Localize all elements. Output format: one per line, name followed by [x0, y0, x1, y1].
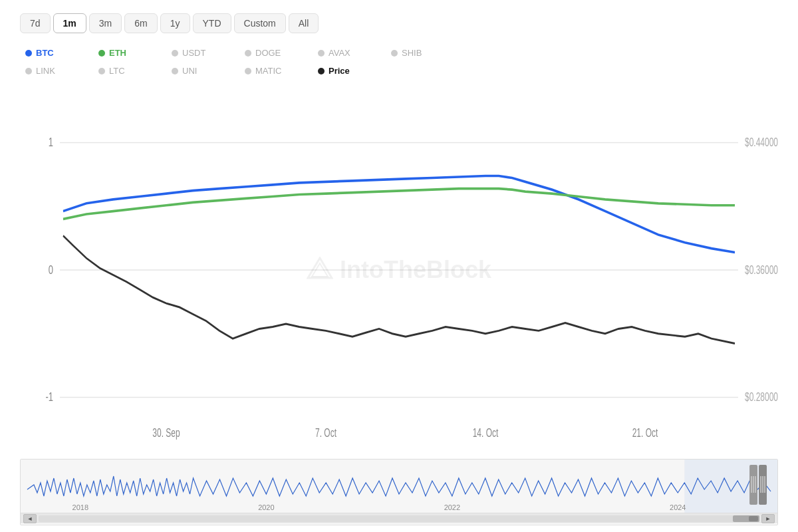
btn-6m[interactable]: 6m — [124, 13, 157, 33]
scroll-handle-grip — [749, 516, 758, 521]
usdt-label: USDT — [182, 48, 205, 58]
btc-dot — [25, 50, 32, 57]
svg-text:$0.280000: $0.280000 — [745, 390, 778, 404]
time-range-toolbar: 7d 1m 3m 6m 1y YTD Custom All — [20, 13, 778, 33]
main-svg: 1 0 -1 $0.440000 $0.360000 $0.280000 30.… — [20, 84, 778, 456]
shib-dot — [391, 50, 398, 57]
legend-uni[interactable]: UNI — [166, 63, 239, 78]
legend-matic[interactable]: MATIC — [239, 63, 313, 78]
navigator-svg: 2018 2020 2022 2024 — [21, 460, 777, 513]
legend-eth[interactable]: ETH — [93, 45, 166, 61]
btn-all[interactable]: All — [289, 13, 319, 33]
svg-rect-17 — [21, 460, 684, 513]
svg-text:$0.360000: $0.360000 — [745, 263, 778, 277]
legend-doge[interactable]: DOGE — [239, 45, 313, 61]
svg-text:14. Oct: 14. Oct — [473, 426, 499, 439]
svg-text:0: 0 — [49, 262, 53, 276]
usdt-dot — [172, 50, 178, 57]
svg-text:2018: 2018 — [72, 503, 88, 511]
eth-label: ETH — [109, 48, 126, 58]
legend-row-1: BTC ETH USDT DOGE AVAX SHIB — [20, 45, 778, 61]
matic-label: MATIC — [255, 66, 281, 76]
btc-label: BTC — [36, 48, 54, 58]
btn-7d[interactable]: 7d — [20, 13, 51, 33]
scroll-right-arrow[interactable]: ► — [761, 514, 775, 523]
btn-1m[interactable]: 1m — [53, 13, 86, 33]
svg-text:2022: 2022 — [444, 503, 460, 511]
eth-dot — [98, 50, 105, 57]
svg-text:30. Sep: 30. Sep — [152, 426, 180, 439]
main-container: 7d 1m 3m 6m 1y YTD Custom All BTC ETH US… — [0, 0, 798, 532]
btn-custom[interactable]: Custom — [234, 13, 286, 33]
uni-label: UNI — [182, 66, 197, 76]
scroll-left-arrow[interactable]: ◄ — [23, 514, 37, 523]
legend-ltc[interactable]: LTC — [93, 63, 166, 78]
legend-price[interactable]: Price — [313, 63, 386, 78]
legend-shib[interactable]: SHIB — [386, 45, 459, 61]
price-dot — [318, 68, 325, 74]
price-label: Price — [329, 66, 350, 76]
navigator-container: 2018 2020 2022 2024 ◄ — [20, 459, 778, 525]
svg-text:2024: 2024 — [670, 503, 686, 511]
uni-dot — [172, 68, 178, 74]
chart-area: IntoTheBlock 1 0 -1 $0.440000 $0.360000 … — [20, 84, 778, 456]
navigator-scrollbar[interactable]: ◄ ► — [21, 513, 777, 523]
doge-dot — [245, 50, 251, 57]
legend-btc[interactable]: BTC — [20, 45, 93, 61]
matic-dot — [245, 68, 251, 74]
ltc-label: LTC — [109, 66, 125, 76]
btn-ytd[interactable]: YTD — [193, 13, 231, 33]
ltc-dot — [98, 68, 105, 74]
svg-text:7. Oct: 7. Oct — [315, 426, 337, 439]
legend-row-2: LINK LTC UNI MATIC Price — [20, 63, 778, 78]
avax-label: AVAX — [329, 48, 350, 58]
btn-1y[interactable]: 1y — [160, 13, 190, 33]
link-dot — [25, 68, 32, 74]
svg-text:2020: 2020 — [258, 503, 274, 511]
svg-text:1: 1 — [49, 135, 53, 149]
main-chart-wrapper: IntoTheBlock 1 0 -1 $0.440000 $0.360000 … — [20, 84, 778, 525]
link-label: LINK — [36, 66, 55, 76]
svg-text:-1: -1 — [45, 390, 53, 404]
shib-label: SHIB — [402, 48, 422, 58]
legend-usdt[interactable]: USDT — [166, 45, 239, 61]
chart-legend: BTC ETH USDT DOGE AVAX SHIB — [20, 45, 778, 78]
scroll-handle[interactable] — [733, 515, 759, 522]
doge-label: DOGE — [255, 48, 281, 58]
scroll-track[interactable] — [39, 515, 759, 522]
legend-avax[interactable]: AVAX — [313, 45, 386, 61]
btn-3m[interactable]: 3m — [89, 13, 122, 33]
legend-link[interactable]: LINK — [20, 63, 93, 78]
svg-text:$0.440000: $0.440000 — [745, 136, 778, 149]
avax-dot — [318, 50, 325, 57]
svg-text:21. Oct: 21. Oct — [632, 426, 658, 439]
